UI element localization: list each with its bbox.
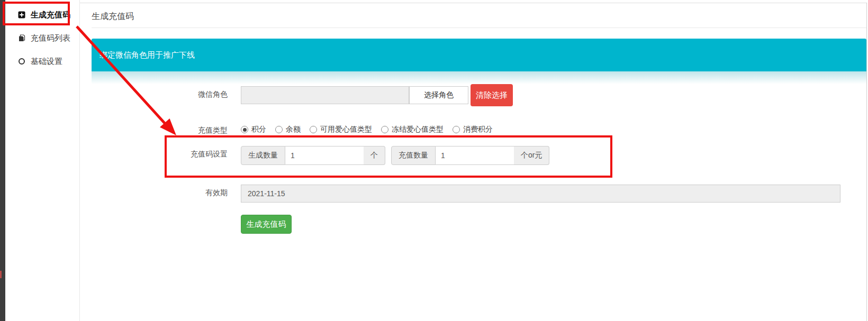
sidebar: 生成充值码充值码列表基础设置 xyxy=(5,0,80,321)
plus-square-icon xyxy=(18,11,25,19)
main-panel-top-border xyxy=(80,3,866,3)
generate-qty-group: 生成数量 个 xyxy=(241,146,385,165)
sidebar-item-label: 基础设置 xyxy=(31,57,62,67)
generate-qty-input[interactable] xyxy=(285,146,364,165)
generate-qty-unit: 个 xyxy=(364,146,385,165)
sidebar-item-3[interactable]: 基础设置 xyxy=(18,55,62,68)
radio-icon[interactable] xyxy=(275,126,283,133)
recharge-type-option-4[interactable]: 冻结爱心值类型 xyxy=(381,125,444,134)
validity-label: 有效期 xyxy=(92,188,228,198)
recharge-type-radio-group: 积分余额可用爱心值类型冻结爱心值类型消费积分 xyxy=(241,125,493,134)
radio-icon[interactable] xyxy=(381,126,388,133)
copy-icon xyxy=(18,34,25,42)
circle-icon xyxy=(18,58,25,65)
banner-shadow xyxy=(92,71,866,84)
wechat-role-label: 微信角色 xyxy=(92,90,228,99)
recharge-type-label: 充值类型 xyxy=(92,126,228,135)
page-title: 生成充值码 xyxy=(92,11,134,22)
generate-qty-addon: 生成数量 xyxy=(241,146,285,165)
sidebar-item-1[interactable]: 生成充值码 xyxy=(18,8,70,21)
collapsed-edge-bar xyxy=(0,0,5,321)
radio-selected-icon[interactable] xyxy=(241,126,248,133)
recharge-type-option-3[interactable]: 可用爱心值类型 xyxy=(310,125,372,134)
recharge-qty-input[interactable] xyxy=(436,146,514,165)
radio-icon[interactable] xyxy=(310,126,317,133)
title-divider xyxy=(92,27,866,28)
sidebar-item-label: 生成充值码 xyxy=(31,10,70,20)
edge-red-mark xyxy=(0,271,2,278)
recharge-type-option-2[interactable]: 余额 xyxy=(275,125,301,134)
panel-heading-banner: 绑定微信角色用于推广下线 xyxy=(92,39,866,71)
select-role-button[interactable]: 选择角色 xyxy=(409,86,468,104)
recharge-type-option-5[interactable]: 消费积分 xyxy=(453,125,493,134)
radio-option-label: 积分 xyxy=(251,125,266,134)
recharge-qty-unit: 个or元 xyxy=(514,146,549,165)
recharge-qty-group: 充值数量 个or元 xyxy=(391,146,549,165)
sidebar-item-2[interactable]: 充值码列表 xyxy=(18,32,70,44)
radio-option-label: 可用爱心值类型 xyxy=(320,125,372,134)
recharge-type-option-1[interactable]: 积分 xyxy=(241,125,266,134)
app-window: 生成充值码充值码列表基础设置 生成充值码 绑定微信角色用于推广下线 微信角色 选… xyxy=(0,0,868,321)
radio-option-label: 消费积分 xyxy=(463,125,493,134)
wechat-role-input[interactable] xyxy=(241,86,409,104)
recharge-qty-addon: 充值数量 xyxy=(391,146,436,165)
code-settings-label: 充值码设置 xyxy=(92,150,228,159)
generate-code-submit-button[interactable]: 生成充值码 xyxy=(241,215,292,234)
validity-date-input[interactable] xyxy=(241,185,840,203)
radio-option-label: 冻结爱心值类型 xyxy=(392,125,444,134)
main-panel-right-border xyxy=(866,3,867,321)
sidebar-item-label: 充值码列表 xyxy=(31,33,70,43)
radio-icon[interactable] xyxy=(453,126,460,133)
clear-selection-button[interactable]: 清除选择 xyxy=(471,84,513,106)
radio-option-label: 余额 xyxy=(286,125,301,134)
